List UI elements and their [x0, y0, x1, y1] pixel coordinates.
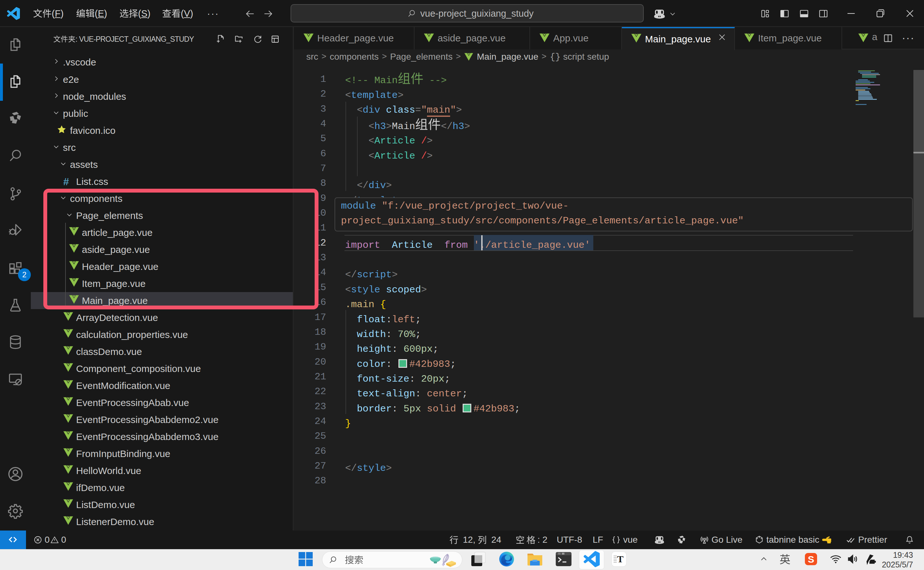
svg-text:S: S [808, 554, 814, 565]
svg-text:T: T [617, 554, 623, 564]
